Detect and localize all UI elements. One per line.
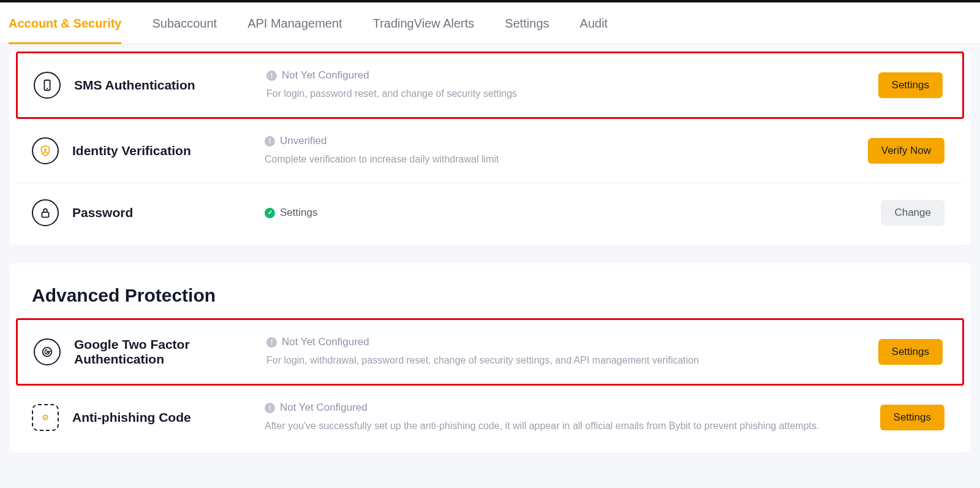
status-line: Settings xyxy=(265,207,881,219)
tab-subaccount[interactable]: Subaccount xyxy=(152,2,217,44)
row-right: Settings xyxy=(878,72,946,98)
status-text: Unverified xyxy=(280,135,327,147)
check-icon xyxy=(265,208,275,218)
tab-tradingview-alerts[interactable]: TradingView Alerts xyxy=(373,2,475,44)
row-title: SMS Authentication xyxy=(74,78,195,93)
row-left: Google Two Factor Authentication xyxy=(34,337,266,367)
row-left: SMS Authentication xyxy=(34,72,266,99)
status-text: Not Yet Configured xyxy=(282,69,369,82)
status-line: Not Yet Configured xyxy=(266,69,878,82)
row-sms-authentication: SMS Authentication Not Yet Configured Fo… xyxy=(16,51,964,119)
status-text: Not Yet Configured xyxy=(282,336,369,348)
warning-icon xyxy=(266,71,277,81)
warning-icon xyxy=(265,403,275,413)
verify-now-button[interactable]: Verify Now xyxy=(868,138,944,164)
tab-api-management[interactable]: API Management xyxy=(247,2,342,44)
svg-point-6 xyxy=(45,417,46,418)
tab-account-security[interactable]: Account & Security xyxy=(9,2,121,44)
row-left: Anti-phishing Code xyxy=(32,404,265,431)
tab-audit[interactable]: Audit xyxy=(580,2,608,44)
row-right: Verify Now xyxy=(868,138,948,164)
row-anti-phishing: Anti-phishing Code Not Yet Configured Af… xyxy=(16,386,964,449)
google-2fa-settings-button[interactable]: Settings xyxy=(878,339,943,365)
row-desc: For login, password reset, and change of… xyxy=(266,86,878,101)
anti-phishing-icon xyxy=(32,404,59,431)
row-password: Password Settings Change xyxy=(16,183,964,242)
row-right: Settings xyxy=(878,339,946,365)
svg-point-2 xyxy=(44,148,47,151)
row-right: Change xyxy=(881,200,948,226)
anti-phishing-settings-button[interactable]: Settings xyxy=(880,405,944,430)
phone-icon xyxy=(34,72,61,99)
row-mid: Not Yet Configured For login, password r… xyxy=(266,69,878,101)
row-desc: For login, withdrawal, password reset, c… xyxy=(266,353,878,368)
row-desc: Complete verification to increase daily … xyxy=(265,152,868,167)
advanced-protection-card: Advanced Protection Google Two Factor Au… xyxy=(10,263,970,452)
status-line: Not Yet Configured xyxy=(266,336,878,348)
row-title: Password xyxy=(72,205,133,220)
row-title: Anti-phishing Code xyxy=(72,410,191,425)
basic-security-card: SMS Authentication Not Yet Configured Fo… xyxy=(10,51,970,245)
id-badge-icon xyxy=(32,137,59,164)
section-heading: Advanced Protection xyxy=(10,263,970,318)
status-line: Unverified xyxy=(265,135,868,147)
row-identity-verification: Identity Verification Unverified Complet… xyxy=(16,119,964,183)
row-google-2fa: Google Two Factor Authentication Not Yet… xyxy=(16,318,964,386)
row-mid: Not Yet Configured For login, withdrawal… xyxy=(266,336,878,368)
row-title: Identity Verification xyxy=(72,143,191,158)
status-line: Not Yet Configured xyxy=(265,402,880,414)
primary-tabbar: Account & Security Subaccount API Manage… xyxy=(0,2,980,44)
svg-rect-3 xyxy=(42,212,49,217)
row-mid: Not Yet Configured After you've successf… xyxy=(265,402,880,433)
lock-icon xyxy=(32,199,59,226)
row-right: Settings xyxy=(880,405,948,430)
sms-settings-button[interactable]: Settings xyxy=(878,72,943,98)
change-password-button[interactable]: Change xyxy=(881,200,944,226)
status-text: Settings xyxy=(280,207,317,219)
warning-icon xyxy=(266,337,277,348)
row-mid: Settings xyxy=(265,207,881,219)
row-left: Password xyxy=(32,199,265,226)
warning-icon xyxy=(265,136,275,147)
row-left: Identity Verification xyxy=(32,137,265,164)
row-title: Google Two Factor Authentication xyxy=(74,337,233,367)
tab-settings[interactable]: Settings xyxy=(505,2,549,44)
row-mid: Unverified Complete verification to incr… xyxy=(265,135,868,167)
status-text: Not Yet Configured xyxy=(280,402,368,414)
row-desc: After you've successfully set up the ant… xyxy=(265,419,880,433)
google-authenticator-icon xyxy=(34,338,61,365)
